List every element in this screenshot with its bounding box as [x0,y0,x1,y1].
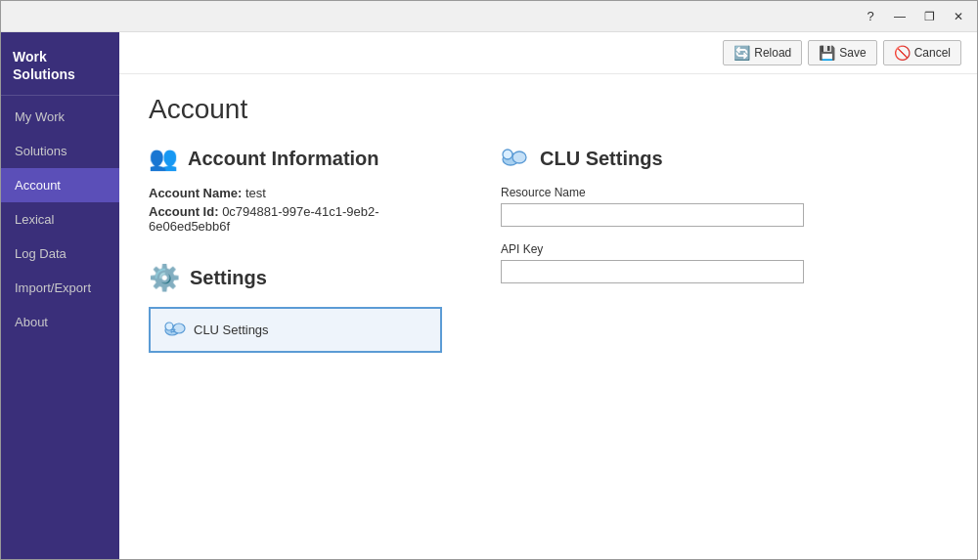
sidebar-item-account[interactable]: Account [1,168,119,202]
help-button[interactable]: ? [856,3,885,30]
save-label: Save [839,46,866,60]
gear-icon: ⚙️ [149,263,180,293]
svg-point-5 [512,151,526,163]
sidebar-item-lexical[interactable]: Lexical [1,202,119,237]
app-body: Work Solutions My Work Solutions Account… [1,32,977,560]
toolbar: 🔄 Reload 💾 Save 🚫 Cancel [119,32,977,74]
account-name-label: Account Name: [149,186,242,200]
sidebar-nav: My Work Solutions Account Lexical Log Da… [1,96,119,339]
resource-name-input[interactable] [501,203,804,227]
sidebar-logo: Work Solutions [1,32,119,96]
save-icon: 💾 [819,45,835,61]
account-id-row: Account Id: 0c794881-997e-41c1-9eb2-6e06… [149,204,442,234]
clu-settings-title: CLU Settings [540,148,663,170]
sidebar-item-about[interactable]: About [1,305,119,339]
api-key-label: API Key [501,242,814,256]
people-icon: 👥 [149,145,178,172]
sidebar: Work Solutions My Work Solutions Account… [1,32,119,560]
close-button[interactable]: ✕ [944,3,973,30]
sidebar-item-my-work[interactable]: My Work [1,100,119,134]
account-info-title: Account Information [188,148,379,170]
resource-name-label: Resource Name [501,186,814,199]
cancel-button[interactable]: 🚫 Cancel [883,40,961,65]
account-id-label: Account Id: [149,204,219,219]
clu-list-icon: ⇄ [164,319,186,341]
left-panel: 👥 Account Information Account Name: test… [149,145,442,357]
clu-icon [501,145,528,172]
api-key-input[interactable] [501,260,804,283]
settings-header: ⚙️ Settings [149,263,442,293]
svg-point-6 [503,150,512,159]
cancel-label: Cancel [914,46,951,60]
content-grid: 👥 Account Information Account Name: test… [149,145,948,357]
sidebar-item-import-export[interactable]: Import/Export [1,271,119,305]
reload-button[interactable]: 🔄 Reload [723,40,802,65]
titlebar: ? — ❐ ✕ [1,1,977,32]
maximize-button[interactable]: ❐ [914,3,944,30]
clu-form: Resource Name API Key [501,186,814,283]
account-info-header: 👥 Account Information [149,145,442,172]
reload-label: Reload [754,46,791,60]
minimize-button[interactable]: — [885,3,914,30]
settings-title: Settings [190,267,267,289]
reload-icon: 🔄 [734,45,750,61]
right-panel: CLU Settings Resource Name API Key [501,145,948,357]
sidebar-item-solutions[interactable]: Solutions [1,134,119,168]
page-title: Account [149,94,948,125]
account-name-row: Account Name: test [149,186,442,200]
settings-list: ⇄ CLU Settings [149,307,442,353]
content-area: 🔄 Reload 💾 Save 🚫 Cancel Account [119,32,977,560]
clu-settings-list-item[interactable]: ⇄ CLU Settings [149,307,442,353]
main-content: Account 👥 Account Information Account Na… [119,74,977,560]
sidebar-item-log-data[interactable]: Log Data [1,237,119,271]
account-info-section: 👥 Account Information Account Name: test… [149,145,442,234]
clu-settings-item-label: CLU Settings [194,323,269,337]
account-name-val: test [245,186,266,200]
api-key-group: API Key [501,242,814,283]
save-button[interactable]: 💾 Save [808,40,876,65]
svg-text:⇄: ⇄ [170,327,176,334]
settings-section: ⚙️ Settings ⇄ [149,263,442,353]
resource-name-group: Resource Name [501,186,814,227]
clu-settings-header: CLU Settings [501,145,948,172]
cancel-icon: 🚫 [894,45,911,61]
